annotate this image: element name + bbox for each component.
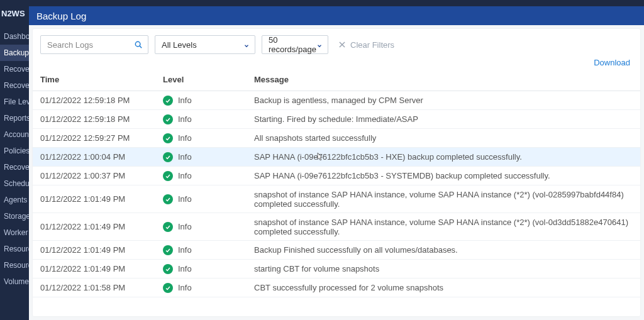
sidebar: N2WS DashboardBackup MonitorRecovery Mon… [0,0,29,320]
cell-level: Info [155,241,247,260]
filters-row: All Levels 50 records/page Clear Filters [33,29,640,57]
cell-level: Info [155,279,247,297]
level-label: Info [178,114,192,124]
check-icon [163,133,173,143]
cell-level: Info [155,185,247,213]
page-size-select-label: 50 records/page [269,35,316,54]
sidebar-item[interactable]: Resource Control [0,257,29,273]
cell-time: 01/12/2022 1:00:37 PM [33,167,155,185]
level-label: Info [178,264,192,273]
sidebar-item[interactable]: File Level Recovery [0,94,29,110]
col-time[interactable]: Time [33,69,155,91]
col-message[interactable]: Message [247,69,640,91]
table-body: 01/12/2022 12:59:18 PMInfoBackup is agen… [33,91,640,297]
page-title: Backup Log [36,11,86,21]
cell-level: Info [155,260,247,279]
x-icon [338,40,347,49]
table-row[interactable]: 01/12/2022 12:59:27 PMInfoAll snapshots … [33,129,640,148]
cell-message: All snapshots started successfully [247,129,640,148]
sidebar-item[interactable]: Accounts [0,126,29,143]
app-header [0,0,644,6]
sidebar-item[interactable]: Backup Monitor [0,45,29,61]
check-icon [163,283,173,293]
check-icon [163,245,173,255]
sidebar-item[interactable]: Recovery Scenario [0,77,29,94]
cell-level: Info [155,148,247,167]
log-table: Time Level Message 01/12/2022 12:59:18 P… [33,69,640,297]
cell-time: 01/12/2022 1:00:04 PM [33,148,155,167]
table-row[interactable]: 01/12/2022 1:01:49 PMInfostarting CBT fo… [33,260,640,279]
check-icon [163,171,173,181]
sidebar-item[interactable]: Worker Configuration [0,224,29,241]
cell-time: 01/12/2022 1:01:49 PM [33,185,155,213]
check-icon [163,194,173,204]
cell-message: starting CBT for volume snapshots [247,260,640,279]
cell-time: 01/12/2022 1:01:49 PM [33,213,155,241]
cell-message: SAP HANA (i-09e76122bfc1cb5b3 - SYSTEMDB… [247,167,640,185]
sidebar-item[interactable]: Recovery Scenarios [0,159,29,175]
cell-message: Starting. Fired by schedule: Immediate/A… [247,110,640,129]
check-icon [163,222,173,232]
col-level[interactable]: Level [155,69,247,91]
chevron-down-icon [316,41,323,48]
cell-level: Info [155,213,247,241]
search-input-wrap[interactable] [40,35,148,54]
page-size-select[interactable]: 50 records/page [262,35,328,54]
chevron-down-icon [243,41,250,48]
brand-logo: N2WS [1,9,25,18]
search-input[interactable] [41,40,148,50]
level-select-label: All Levels [162,40,197,50]
level-label: Info [178,245,192,255]
page-header: Backup Log [29,6,644,25]
level-label: Info [178,133,192,143]
content-card: All Levels 50 records/page Clear Filters [33,29,640,316]
clear-filters-label: Clear Filters [350,40,394,50]
content-area: All Levels 50 records/page Clear Filters [29,25,644,320]
sidebar-item[interactable]: Policies [0,143,29,159]
check-icon [163,96,173,106]
table-row[interactable]: 01/12/2022 1:01:49 PMInfoBackup Finished… [33,241,640,260]
table-row[interactable]: 01/12/2022 1:01:49 PMInfosnapshot of ins… [33,213,640,241]
level-label: Info [178,152,192,162]
table-row[interactable]: 01/12/2022 1:00:37 PMInfoSAP HANA (i-09e… [33,167,640,185]
download-row: Download [33,57,640,69]
sidebar-item[interactable]: Resource Control [0,241,29,257]
cell-time: 01/12/2022 1:01:49 PM [33,241,155,260]
level-label: Info [178,171,192,180]
sidebar-item[interactable]: Reports [0,110,29,126]
sidebar-item[interactable]: Storage Repository [0,208,29,224]
level-label: Info [178,283,192,292]
level-label: Info [178,96,192,105]
cell-message: snapshot of instance SAP HANA instance, … [247,213,640,241]
check-icon [163,152,173,162]
clear-filters-button[interactable]: Clear Filters [335,35,397,54]
sidebar-item[interactable]: Agents [0,192,29,208]
level-label: Info [178,194,192,204]
table-row[interactable]: 01/12/2022 1:01:49 PMInfosnapshot of ins… [33,185,640,213]
sidebar-item[interactable]: Volume Usage [0,273,29,290]
sidebar-item[interactable]: Dashboard [0,28,29,45]
sidebar-item[interactable]: Recovery Monitor [0,61,29,77]
check-icon [163,264,173,274]
cell-time: 01/12/2022 12:59:27 PM [33,129,155,148]
level-select[interactable]: All Levels [155,35,255,54]
cell-level: Info [155,129,247,148]
cell-time: 01/12/2022 1:01:49 PM [33,260,155,279]
table-row[interactable]: 01/12/2022 12:59:18 PMInfoStarting. Fire… [33,110,640,129]
table-row[interactable]: 01/12/2022 1:00:04 PMInfoSAP HANA (i-09e… [33,148,640,167]
table-row[interactable]: 01/12/2022 12:59:18 PMInfoBackup is agen… [33,91,640,110]
check-icon [163,114,173,124]
cell-time: 01/12/2022 12:59:18 PM [33,110,155,129]
cell-time: 01/12/2022 1:01:58 PM [33,279,155,297]
download-label: Download [594,58,630,67]
cell-level: Info [155,91,247,110]
download-button[interactable]: Download [590,58,630,67]
table-row[interactable]: 01/12/2022 1:01:58 PMInfoCBT successfull… [33,279,640,297]
cell-message: SAP HANA (i-09e76122bfc1cb5b3 - HXE) bac… [247,148,640,167]
sidebar-item[interactable]: Schedules [0,175,29,192]
cell-message: snapshot of instance SAP HANA instance, … [247,185,640,213]
cell-level: Info [155,167,247,185]
cell-level: Info [155,110,247,129]
cell-message: Backup is agentless, managed by CPM Serv… [247,91,640,110]
cell-message: CBT successfully processed for 2 volume … [247,279,640,297]
